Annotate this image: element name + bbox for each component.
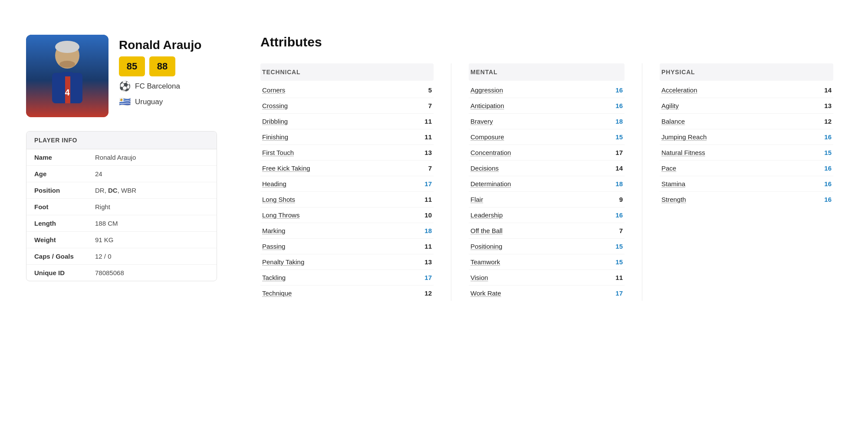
attr-name[interactable]: Aggression bbox=[470, 86, 503, 94]
attr-name[interactable]: Agility bbox=[661, 102, 679, 109]
club-icon: ⚽ bbox=[119, 81, 131, 92]
attr-name[interactable]: Marking bbox=[262, 227, 285, 234]
attr-name[interactable]: Work Rate bbox=[470, 289, 501, 297]
attr-name[interactable]: Penalty Taking bbox=[262, 258, 304, 266]
attr-name[interactable]: Dribbling bbox=[262, 118, 288, 125]
attr-row: Marking18 bbox=[260, 223, 434, 239]
attr-name[interactable]: Stamina bbox=[661, 180, 685, 187]
attr-name[interactable]: Jumping Reach bbox=[661, 133, 707, 141]
page-container: 4 Ronald Araujo 85 88 ⚽ FC Barcelona 🇺🇾 … bbox=[0, 0, 868, 434]
attr-value: 5 bbox=[419, 86, 432, 94]
svg-point-3 bbox=[59, 61, 75, 68]
info-row: Weight91 KG bbox=[26, 232, 217, 248]
attr-value: 11 bbox=[419, 118, 432, 125]
player-header: 4 Ronald Araujo 85 88 ⚽ FC Barcelona 🇺🇾 … bbox=[26, 35, 217, 117]
attr-name[interactable]: Pace bbox=[661, 164, 676, 172]
info-label: Name bbox=[26, 149, 87, 166]
attr-row: Jumping Reach16 bbox=[660, 129, 833, 145]
attr-name[interactable]: Teamwork bbox=[470, 258, 500, 266]
attr-name[interactable]: Acceleration bbox=[661, 86, 697, 94]
player-name-section: Ronald Araujo 85 88 ⚽ FC Barcelona 🇺🇾 Ur… bbox=[119, 35, 201, 108]
attr-value: 16 bbox=[819, 164, 832, 172]
attr-value: 16 bbox=[610, 102, 623, 109]
attr-name[interactable]: Corners bbox=[262, 86, 285, 94]
attr-value: 14 bbox=[819, 86, 832, 94]
mental-header: MENTAL bbox=[469, 63, 625, 81]
attr-name[interactable]: Positioning bbox=[470, 243, 502, 250]
info-table: NameRonald AraujoAge24PositionDR, DC, WB… bbox=[26, 149, 217, 281]
club-row: ⚽ FC Barcelona bbox=[119, 81, 201, 92]
club-name[interactable]: FC Barcelona bbox=[135, 82, 180, 91]
attr-value: 16 bbox=[819, 133, 832, 141]
attr-name[interactable]: First Touch bbox=[262, 149, 294, 156]
technical-header: TECHNICAL bbox=[260, 63, 434, 81]
attr-value: 11 bbox=[610, 274, 623, 281]
attributes-grid: TECHNICAL Corners5Crossing7Dribbling11Fi… bbox=[260, 63, 833, 301]
attr-row: Determination18 bbox=[469, 176, 625, 192]
attr-row: Bravery18 bbox=[469, 114, 625, 129]
attr-name[interactable]: Natural Fitness bbox=[661, 149, 705, 156]
attr-row: Work Rate17 bbox=[469, 286, 625, 301]
attr-row: Penalty Taking13 bbox=[260, 254, 434, 270]
attr-name[interactable]: Composure bbox=[470, 133, 504, 141]
info-value: 188 CM bbox=[87, 215, 217, 232]
info-row: NameRonald Araujo bbox=[26, 149, 217, 166]
attr-value: 12 bbox=[419, 289, 432, 297]
attr-name[interactable]: Passing bbox=[262, 243, 285, 250]
attr-name[interactable]: Long Shots bbox=[262, 196, 295, 203]
attr-row: Positioning15 bbox=[469, 239, 625, 254]
attr-value: 7 bbox=[419, 102, 432, 109]
attr-name[interactable]: Tackling bbox=[262, 274, 286, 281]
info-label: Unique ID bbox=[26, 265, 87, 281]
info-value: Ronald Araujo bbox=[87, 149, 217, 166]
attr-row: Stamina16 bbox=[660, 176, 833, 192]
attr-name[interactable]: Decisions bbox=[470, 164, 499, 172]
attr-name[interactable]: Bravery bbox=[470, 118, 493, 125]
attr-name[interactable]: Crossing bbox=[262, 102, 288, 109]
attr-name[interactable]: Anticipation bbox=[470, 102, 504, 109]
svg-text:4: 4 bbox=[65, 88, 70, 97]
info-value: 12 / 0 bbox=[87, 248, 217, 265]
attr-value: 16 bbox=[819, 196, 832, 203]
attr-row: Natural Fitness15 bbox=[660, 145, 833, 161]
physical-header: PHYSICAL bbox=[660, 63, 833, 81]
attr-name[interactable]: Finishing bbox=[262, 133, 288, 141]
attr-value: 17 bbox=[610, 289, 623, 297]
info-value: 24 bbox=[87, 166, 217, 182]
info-row: Caps / Goals12 / 0 bbox=[26, 248, 217, 265]
attr-value: 7 bbox=[419, 164, 432, 172]
attr-name[interactable]: Flair bbox=[470, 196, 483, 203]
attr-row: Free Kick Taking7 bbox=[260, 161, 434, 176]
attr-name[interactable]: Determination bbox=[470, 180, 511, 187]
attr-row: Balance12 bbox=[660, 114, 833, 129]
right-panel: Attributes TECHNICAL Corners5Crossing7Dr… bbox=[243, 26, 851, 408]
attr-row: Passing11 bbox=[260, 239, 434, 254]
attr-row: Leadership16 bbox=[469, 207, 625, 223]
attr-name[interactable]: Technique bbox=[262, 289, 292, 297]
attr-row: Heading17 bbox=[260, 176, 434, 192]
attr-name[interactable]: Heading bbox=[262, 180, 286, 187]
attr-row: Technique12 bbox=[260, 286, 434, 301]
attr-name[interactable]: Balance bbox=[661, 118, 685, 125]
attr-name[interactable]: Strength bbox=[661, 196, 686, 203]
attr-name[interactable]: Concentration bbox=[470, 149, 511, 156]
info-label: Position bbox=[26, 182, 87, 199]
attr-value: 17 bbox=[419, 274, 432, 281]
attr-value: 13 bbox=[819, 102, 832, 109]
attr-name[interactable]: Leadership bbox=[470, 211, 503, 219]
attr-row: Composure15 bbox=[469, 129, 625, 145]
attr-name[interactable]: Long Throws bbox=[262, 211, 299, 219]
attr-value: 18 bbox=[419, 227, 432, 234]
attr-row: Acceleration14 bbox=[660, 82, 833, 98]
info-row: PositionDR, DC, WBR bbox=[26, 182, 217, 199]
attr-row: Off the Ball7 bbox=[469, 223, 625, 239]
attr-name[interactable]: Off the Ball bbox=[470, 227, 503, 234]
attr-value: 13 bbox=[419, 149, 432, 156]
attr-value: 17 bbox=[419, 180, 432, 187]
attr-name[interactable]: Vision bbox=[470, 274, 488, 281]
info-value: 91 KG bbox=[87, 232, 217, 248]
attr-name[interactable]: Free Kick Taking bbox=[262, 164, 310, 172]
attr-row: Dribbling11 bbox=[260, 114, 434, 129]
attr-row: Pace16 bbox=[660, 161, 833, 176]
info-label: Age bbox=[26, 166, 87, 182]
